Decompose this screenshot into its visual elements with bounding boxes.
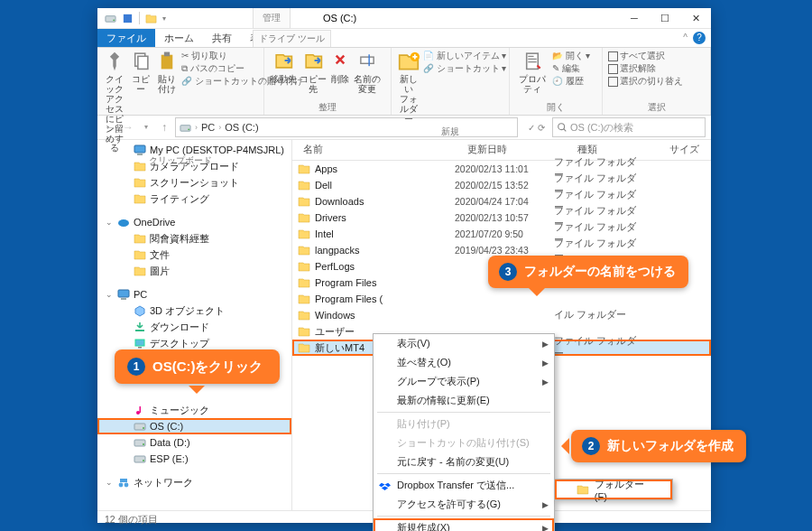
qat-folder-icon[interactable] <box>145 13 157 24</box>
col-name[interactable]: 名前 <box>298 144 462 156</box>
paste-button[interactable]: 貼り付け <box>155 51 179 95</box>
address-bar: ← → ▾ ↑ › PC › OS (C:) ✓ ⟳ OS (C:)の検索 <box>97 116 711 140</box>
callout-3: 3 フォルダーの名前をつける <box>488 256 688 288</box>
tree-item[interactable]: 圖片 <box>97 263 291 279</box>
tree-item[interactable]: 閱會資料經整 <box>97 230 291 247</box>
col-date[interactable]: 更新日時 <box>462 144 572 156</box>
callout-badge: 1 <box>127 358 145 376</box>
breadcrumb-item[interactable]: PC <box>201 122 215 133</box>
tree-item[interactable]: Data (D:) <box>97 434 291 451</box>
submenu-item[interactable]: フォルダー(F) <box>555 480 672 499</box>
context-submenu-new[interactable]: フォルダー(F) <box>554 479 673 500</box>
search-input[interactable]: OS (C:)の検索 <box>552 117 706 137</box>
copy-button[interactable]: コピー <box>129 51 152 95</box>
select-all-button[interactable]: すべて選択 <box>608 51 683 62</box>
tree-item[interactable]: ESP (E:) <box>97 451 291 467</box>
properties-button[interactable]: プロパティ <box>515 51 549 95</box>
menu-item[interactable]: アクセスを許可する(G)▶ <box>374 495 554 514</box>
drive-icon <box>105 13 116 24</box>
close-button[interactable]: ✕ <box>680 8 711 28</box>
nav-tree[interactable]: My PC (DESKTOP-P4MSJRL)カメラアップロードスクリーンショッ… <box>97 140 292 510</box>
move-to-button[interactable]: 移動先 <box>270 51 297 85</box>
nav-back-button[interactable]: ← <box>103 120 117 135</box>
contextual-tab-label: 管理 <box>253 8 291 29</box>
new-shortcut-button[interactable]: 🔗 ショートカット ▾ <box>423 63 506 75</box>
tab-share[interactable]: 共有 <box>203 29 241 47</box>
menu-item[interactable]: 表示(V)▶ <box>374 334 554 353</box>
nav-recent-button[interactable]: ▾ <box>139 120 153 135</box>
tab-drive-tools[interactable]: ドライブ ツール <box>253 30 331 47</box>
tree-item[interactable]: My PC (DESKTOP-P4MSJRL) <box>97 142 291 158</box>
tree-item[interactable]: 3D オブジェクト <box>97 303 291 319</box>
pin-quickaccess-button[interactable]: クイック アクセス にピン留めする <box>103 51 126 154</box>
file-row[interactable]: Program Files ( <box>292 291 711 307</box>
tree-item[interactable]: ⌄OneDrive <box>97 214 291 230</box>
ribbon-group-select-label: 選択 <box>608 101 705 114</box>
edit-button[interactable]: ✎ 編集 <box>552 63 590 75</box>
titlebar: ▾ 管理 OS (C:) ─ ☐ ✕ <box>97 8 711 29</box>
tab-file[interactable]: ファイル <box>97 29 155 47</box>
col-type[interactable]: 種類 <box>572 144 664 156</box>
ribbon: クイック アクセス にピン留めする コピー 貼り付け ✂ 切り取り ⧉ パスのコ… <box>97 48 711 116</box>
rename-button[interactable]: 名前の 変更 <box>354 51 381 95</box>
select-none-button[interactable]: 選択解除 <box>608 63 683 75</box>
search-icon <box>557 122 567 133</box>
breadcrumb-item[interactable]: OS (C:) <box>225 122 258 133</box>
qat-save-icon[interactable] <box>122 13 134 24</box>
col-size[interactable]: サイズ <box>664 144 711 156</box>
new-item-button[interactable]: 📄 新しいアイテム ▾ <box>423 51 506 62</box>
tab-home[interactable]: ホーム <box>155 29 203 47</box>
callout-1: 1 OS(C:)をクリック <box>115 349 280 384</box>
column-headers[interactable]: 名前 更新日時 種類 サイズ <box>292 140 711 161</box>
copy-to-button[interactable]: コピー先 <box>300 51 327 95</box>
file-row[interactable]: Intel2021/07/20 9:50ファイル フォルダー <box>292 226 711 242</box>
new-folder-button[interactable]: 新しい フォルダー <box>397 51 420 125</box>
breadcrumb[interactable]: › PC › OS (C:) <box>175 117 518 137</box>
svg-rect-23 <box>124 14 132 22</box>
tree-item[interactable]: スクリーンショット <box>97 174 291 191</box>
tree-item[interactable]: OS (C:) <box>97 418 291 434</box>
tree-item[interactable]: カメラアップロード <box>97 158 291 174</box>
menu-item[interactable]: 並べ替え(O)▶ <box>374 353 554 372</box>
history-button[interactable]: 🕘 履歴 <box>552 76 590 88</box>
delete-button[interactable]: 削除 <box>329 51 351 85</box>
drive-icon <box>180 122 191 134</box>
ribbon-tabs: ファイル ホーム 共有 表示 ドライブ ツール ^ ? <box>97 29 711 48</box>
minimize-button[interactable]: ─ <box>619 8 650 28</box>
menu-item[interactable]: グループで表示(P)▶ <box>374 372 554 391</box>
callout-badge: 3 <box>499 263 517 281</box>
help-button[interactable]: ? <box>693 32 706 44</box>
open-button[interactable]: 📂 開く ▾ <box>552 51 590 62</box>
tree-item[interactable]: ⌄PC <box>97 286 291 303</box>
ribbon-group-open-label: 開く <box>515 101 596 114</box>
callout-badge: 2 <box>582 437 600 455</box>
file-row[interactable]: Windowsイル フォルダー <box>292 307 711 323</box>
nav-up-button[interactable]: ↑ <box>157 120 171 135</box>
file-row[interactable]: Downloads2020/04/24 17:04ファイル フォルダー <box>292 193 711 210</box>
qat-dropdown-icon[interactable]: ▾ <box>162 14 166 23</box>
menu-item[interactable]: 最新の情報に更新(E) <box>374 391 554 410</box>
window-title: OS (C:) <box>323 8 356 28</box>
tree-item[interactable]: ⌄ネットワーク <box>97 474 291 490</box>
menu-item: ショートカットの貼り付け(S) <box>374 433 554 452</box>
menu-item[interactable]: 新規作成(X)▶ <box>374 518 554 531</box>
maximize-button[interactable]: ☐ <box>650 8 680 28</box>
menu-item[interactable]: 元に戻す - 名前の変更(U) <box>374 452 554 471</box>
tree-item[interactable]: ミュージック <box>97 402 291 418</box>
ribbon-group-organize-label: 整理 <box>270 101 385 114</box>
select-invert-button[interactable]: 選択の切り替え <box>608 76 683 88</box>
context-menu[interactable]: 表示(V)▶並べ替え(O)▶グループで表示(P)▶最新の情報に更新(E)貼り付け… <box>373 333 555 531</box>
callout-2: 2 新しいフォルダを作成 <box>571 430 746 462</box>
menu-item[interactable]: Dropbox Transfer で送信... <box>374 476 554 495</box>
menu-item: 貼り付け(P) <box>374 415 554 433</box>
nav-forward-button[interactable]: → <box>121 120 135 135</box>
file-row[interactable]: Drivers2020/02/13 10:57ファイル フォルダー <box>292 210 711 226</box>
file-row[interactable]: Apps2020/02/13 11:01ファイル フォルダー <box>292 161 711 177</box>
tree-item[interactable]: ライティング <box>97 191 291 207</box>
file-row[interactable]: Dell2020/02/15 13:52ファイル フォルダー <box>292 177 711 193</box>
tree-item[interactable]: ダウンロード <box>97 319 291 335</box>
tree-item[interactable]: 文件 <box>97 247 291 263</box>
ribbon-collapse-icon[interactable]: ^ <box>683 33 687 42</box>
